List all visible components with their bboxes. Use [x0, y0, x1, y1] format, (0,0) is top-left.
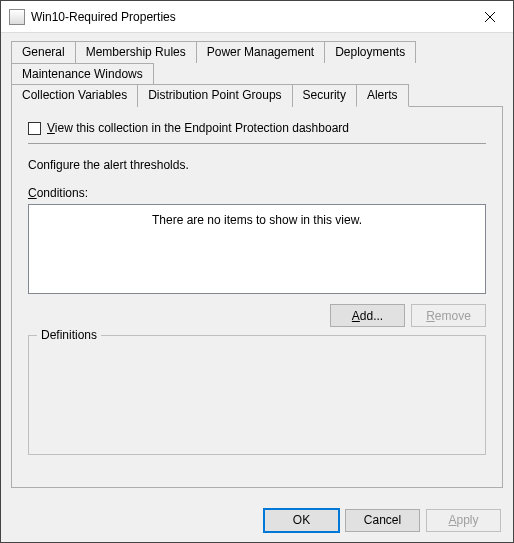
close-icon	[485, 12, 495, 22]
configure-thresholds-text: Configure the alert thresholds.	[28, 158, 486, 172]
tab-distribution-point-groups[interactable]: Distribution Point Groups	[137, 84, 292, 107]
tab-general[interactable]: General	[11, 41, 76, 63]
add-button[interactable]: Add...	[330, 304, 405, 327]
view-collection-row: View this collection in the Endpoint Pro…	[28, 121, 486, 144]
tabstrip: General Membership Rules Power Managemen…	[11, 41, 503, 85]
remove-button: Remove	[411, 304, 486, 327]
apply-button: Apply	[426, 509, 501, 532]
tab-panel-alerts: View this collection in the Endpoint Pro…	[11, 106, 503, 488]
tab-deployments[interactable]: Deployments	[324, 41, 416, 63]
tab-alerts[interactable]: Alerts	[356, 84, 409, 107]
tab-maintenance-windows[interactable]: Maintenance Windows	[11, 63, 154, 85]
titlebar: Win10-Required Properties	[1, 1, 513, 33]
app-icon	[9, 9, 25, 25]
definitions-legend: Definitions	[37, 328, 101, 342]
conditions-listbox[interactable]: There are no items to show in this view.	[28, 204, 486, 294]
tab-collection-variables[interactable]: Collection Variables	[11, 84, 138, 107]
tab-power-management[interactable]: Power Management	[196, 41, 325, 63]
tab-membership-rules[interactable]: Membership Rules	[75, 41, 197, 63]
spacer	[28, 455, 486, 471]
dialog-body: General Membership Rules Power Managemen…	[1, 33, 513, 498]
window-title: Win10-Required Properties	[31, 10, 467, 24]
tab-security[interactable]: Security	[292, 84, 357, 107]
conditions-label: Conditions:	[28, 186, 486, 200]
conditions-empty-text: There are no items to show in this view.	[152, 213, 362, 227]
conditions-button-row: Add... Remove	[28, 304, 486, 327]
definitions-groupbox: Definitions	[28, 335, 486, 455]
view-collection-checkbox[interactable]	[28, 122, 41, 135]
tabstrip-row2: Collection Variables Distribution Point …	[11, 84, 503, 107]
close-button[interactable]	[467, 1, 513, 33]
view-collection-label: View this collection in the Endpoint Pro…	[47, 121, 349, 135]
ok-button[interactable]: OK	[264, 509, 339, 532]
cancel-button[interactable]: Cancel	[345, 509, 420, 532]
dialog-footer: OK Cancel Apply	[1, 498, 513, 542]
